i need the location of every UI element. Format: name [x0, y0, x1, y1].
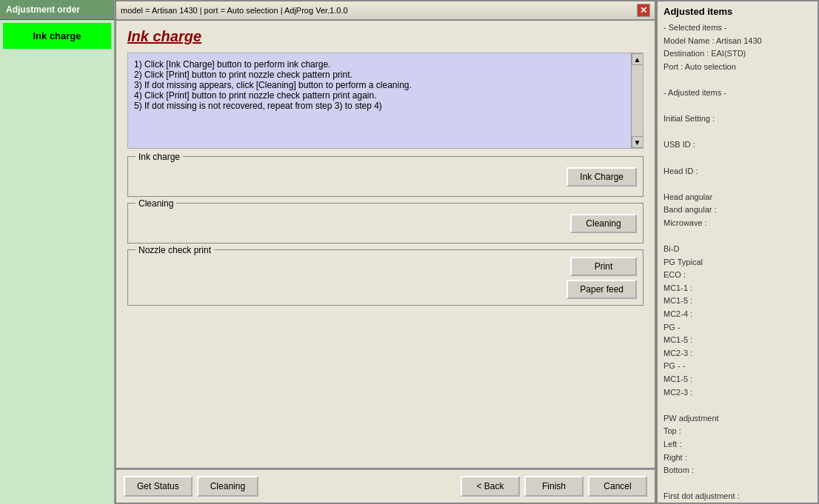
nozzle-check-label: Nozzle check print	[136, 245, 214, 255]
mc1-1: MC1-1 :	[663, 282, 812, 295]
first-dot: First dot adjustment :	[663, 490, 812, 503]
mc1-5c: MC1-5 :	[663, 373, 812, 386]
paper-feed-button[interactable]: Paper feed	[566, 280, 637, 299]
instructions-text: 1) Click [Ink Charge] button to perform …	[134, 59, 637, 111]
cleaning-section: Cleaning Cleaning	[127, 203, 644, 243]
initial-setting: Initial Setting :	[663, 112, 812, 126]
print-button[interactable]: Print	[570, 257, 637, 276]
instructions-scrollbar: ▲ ▼	[631, 53, 643, 148]
head-angular: Head angular	[663, 191, 812, 204]
ink-charge-label: Ink charge	[136, 152, 183, 162]
instructions-scroll-down[interactable]: ▼	[632, 136, 644, 148]
sidebar-title: Adjustment order	[0, 0, 114, 20]
adjusted-items-header: - Adjusted items -	[663, 87, 812, 100]
cleaning-button[interactable]: Cleaning	[570, 214, 637, 233]
close-button[interactable]: ✕	[637, 4, 650, 17]
pg-typical: PG Typical	[663, 256, 812, 269]
usb-id: USB ID :	[663, 138, 812, 152]
left: Left :	[663, 438, 812, 451]
instruction-line-5: 5) If dot missing is not recovered, repe…	[134, 101, 622, 111]
mc1-5a: MC1-5 :	[663, 295, 812, 308]
right-panel-content: - Selected items - Model Name : Artisan …	[663, 21, 812, 504]
nozzle-check-content: Print Paper feed	[134, 254, 637, 299]
instruction-line-1: 1) Click [Ink Charge] button to perform …	[134, 59, 622, 70]
top: Top :	[663, 425, 812, 438]
center-wrapper: model = Artisan 1430 | port = Auto selec…	[115, 0, 656, 504]
bottom-left-buttons: Get Status Cleaning	[124, 476, 258, 497]
eco: ECO :	[663, 269, 812, 282]
content-area: Ink charge 1) Click [Ink Charge] button …	[115, 19, 656, 469]
back-button[interactable]: < Back	[461, 476, 520, 497]
destination: Destination : EAI(STD)	[663, 47, 812, 61]
mc1-5b: MC1-5 :	[663, 334, 812, 347]
port: Port : Auto selection	[663, 61, 812, 74]
instruction-line-2: 2) Click [Print] button to print nozzle …	[134, 70, 622, 80]
instruction-line-3: 3) If dot missing appears, click [Cleani…	[134, 80, 622, 90]
sidebar-item-ink-charge[interactable]: Ink charge	[3, 23, 111, 49]
cleaning-label: Cleaning	[136, 198, 176, 209]
mc2-3b: MC2-3 :	[663, 386, 812, 400]
title-bar: model = Artisan 1430 | port = Auto selec…	[115, 0, 656, 19]
mc2-3a: MC2-3 :	[663, 347, 812, 360]
page-title: Ink charge	[127, 28, 644, 45]
cleaning-content: Cleaning	[134, 207, 637, 237]
right-panel: Adjusted items - Selected items - Model …	[656, 0, 819, 504]
pw-adjustment: PW adjustment	[663, 412, 812, 426]
cleaning-toolbar-button[interactable]: Cleaning	[197, 476, 258, 497]
outer-wrapper: Adjustment order Ink charge model = Arti…	[0, 0, 819, 504]
ink-charge-section: Ink charge Ink Charge	[127, 156, 644, 197]
bottom-toolbar: Get Status Cleaning < Back Finish Cancel	[115, 469, 656, 504]
ink-charge-button[interactable]: Ink Charge	[566, 167, 637, 187]
bi-d: Bi-D	[663, 243, 812, 256]
right-val: Right :	[663, 451, 812, 465]
sidebar: Adjustment order Ink charge	[0, 0, 115, 504]
selected-items-header: - Selected items -	[663, 21, 812, 35]
ink-charge-content: Ink Charge	[134, 161, 637, 190]
microwave: Microwave :	[663, 217, 812, 230]
right-panel-title: Adjusted items	[663, 6, 812, 17]
mc2-4: MC2-4 :	[663, 308, 812, 321]
nozzle-check-section: Nozzle check print Print Paper feed	[127, 249, 644, 306]
head-id: Head ID :	[663, 165, 812, 178]
bottom: Bottom :	[663, 464, 812, 477]
model-name: Model Name : Artisan 1430	[663, 35, 812, 48]
band-angular: Band angular :	[663, 204, 812, 217]
cancel-button[interactable]: Cancel	[588, 476, 647, 497]
instructions-box: 1) Click [Ink Charge] button to perform …	[127, 53, 644, 149]
pg-dash: PG -	[663, 321, 812, 335]
instructions-scroll-up[interactable]: ▲	[632, 53, 644, 65]
get-status-button[interactable]: Get Status	[124, 476, 193, 497]
pg-dashdash: PG - -	[663, 360, 812, 373]
bottom-right-buttons: < Back Finish Cancel	[461, 476, 647, 497]
finish-button[interactable]: Finish	[524, 476, 584, 497]
instruction-line-4: 4) Click [Print] button to print nozzle …	[134, 90, 622, 101]
title-bar-text: model = Artisan 1430 | port = Auto selec…	[121, 6, 348, 15]
